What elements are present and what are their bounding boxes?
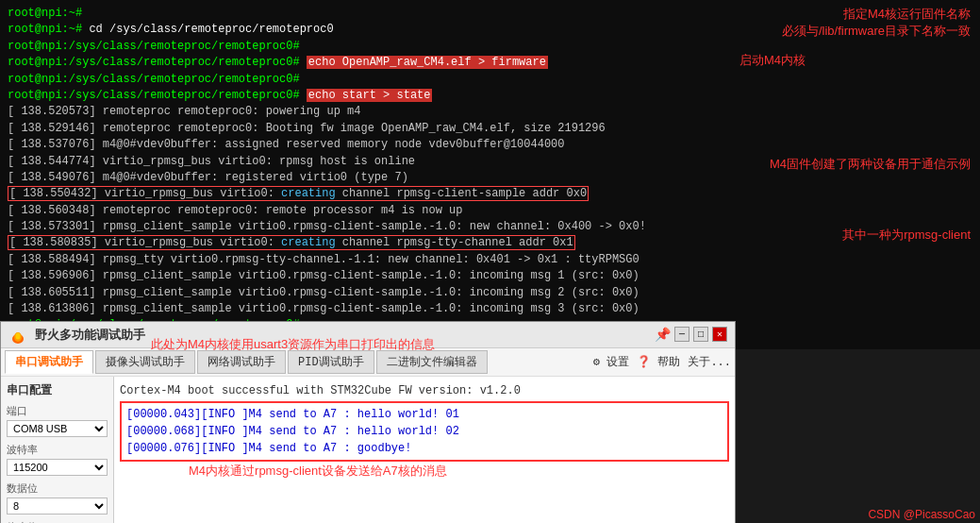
annotation-usart3-info: 此处为M4内核使用usart3资源作为串口打印出的信息 (151, 336, 435, 353)
pin-icon[interactable]: 📌 (655, 327, 671, 343)
serial-title: 野火多功能调试助手 (35, 327, 145, 344)
annotation-start-m4: 启动M4内核 (739, 52, 806, 69)
tab-network[interactable]: 网络调试助手 (197, 350, 286, 374)
tab-camera[interactable]: 摄像头调试助手 (95, 350, 195, 374)
annotation-two-devices: M4固件创建了两种设备用于通信示例 (770, 156, 971, 173)
terminal-line-8: [ 138.537076] m4@0#vdev0buffer: assigned… (8, 137, 972, 153)
terminal-line-11: [ 138.550432] virtio_rpmsg_bus virtio0: … (8, 186, 972, 202)
rpmsg-client-channel-log: [ 138.550432] virtio_rpmsg_bus virtio0: … (8, 186, 589, 201)
boot-message: Cortex-M4 boot successful with STM32Cube… (120, 382, 729, 399)
terminal-line-17: [ 138.605511] rpmsg_client_sample virtio… (8, 285, 972, 301)
terminal-line-12: [ 138.560348] remoteproc remoteproc0: re… (8, 203, 972, 219)
terminal-line-0: root@npi:~# (8, 6, 972, 22)
annotation-firmware-name: 指定M4核运行固件名称 (843, 6, 971, 23)
terminal-line-2: root@npi:/sys/class/remoteproc/remotepro… (8, 39, 972, 55)
baud-select[interactable]: 115200 (7, 459, 108, 476)
close-button[interactable]: ✕ (712, 327, 727, 342)
annotation-firmware-path: 必须与/lib/firmware目录下名称一致 (782, 23, 971, 40)
m4-messages-box: [00000.043][INFO ]M4 send to A7 : hello … (120, 401, 729, 462)
serial-config-title: 串口配置 (7, 382, 108, 398)
tab-pid[interactable]: PID调试助手 (288, 350, 374, 374)
terminal-line-15: [ 138.588494] rpmsg_tty virtio0.rpmsg-tt… (8, 252, 972, 268)
maximize-button[interactable]: □ (693, 327, 708, 342)
minimize-button[interactable]: ─ (674, 327, 689, 342)
svg-point-2 (16, 332, 21, 339)
baud-config: 波特率 115200 (7, 443, 108, 476)
annotation-rpmsg-client-msg: M4内核通过rpmsg-client设备发送给A7核的消息 (189, 463, 447, 480)
m4-msg-1: [00000.043][INFO ]M4 send to A7 : hello … (126, 406, 723, 423)
annotation-rpmsg-client: 其中一种为rpmsg-client (842, 227, 971, 244)
about-button[interactable]: 关于... (688, 354, 731, 370)
serial-config-panel: 串口配置 端口 COM8 USB 波特率 115200 数据位 8 停 (1, 377, 114, 523)
terminal-line-18: [ 138.613806] rpmsg_client_sample virtio… (8, 301, 972, 317)
terminal-line-6: [ 138.520573] remoteproc remoteproc0: po… (8, 104, 972, 120)
settings-button[interactable]: ⚙ 设置 (593, 354, 629, 370)
port-label: 端口 (7, 404, 108, 418)
terminal-line-4: root@npi:/sys/class/remoteproc/remotepro… (8, 72, 972, 88)
serial-output-area: Cortex-M4 boot successful with STM32Cube… (114, 377, 735, 523)
help-button[interactable]: ❓ 帮助 (637, 354, 680, 370)
terminal-line-5: root@npi:/sys/class/remoteproc/remotepro… (8, 88, 972, 104)
terminal-line-13: [ 138.573301] rpmsg_client_sample virtio… (8, 219, 972, 235)
terminal: root@npi:~# root@npi:~# cd /sys/class/re… (0, 0, 980, 349)
terminal-line-16: [ 138.596906] rpmsg_client_sample virtio… (8, 268, 972, 284)
tab-serial[interactable]: 串口调试助手 (5, 350, 93, 374)
rpmsg-tty-channel-log: [ 138.580835] virtio_rpmsg_bus virtio0: … (8, 235, 575, 250)
tab-binary[interactable]: 二进制文件编辑器 (376, 350, 488, 374)
baud-label: 波特率 (7, 443, 108, 457)
m4-msg-2: [00000.068][INFO ]M4 send to A7 : hello … (126, 423, 723, 440)
firmware-command: echo OpenAMP_raw_CM4.elf > firmware (307, 56, 548, 69)
terminal-line-7: [ 138.529146] remoteproc remoteproc0: Bo… (8, 121, 972, 137)
data-bits-label: 数据位 (7, 481, 108, 496)
serial-output: Cortex-M4 boot successful with STM32Cube… (120, 382, 729, 462)
port-select[interactable]: COM8 USB (7, 420, 108, 437)
fire-icon (8, 326, 27, 345)
watermark: CSDN @PicassoCao (868, 508, 975, 521)
data-bits-select[interactable]: 8 (7, 498, 108, 515)
terminal-line-14: [ 138.580835] virtio_rpmsg_bus virtio0: … (8, 235, 972, 251)
terminal-line-3: root@npi:/sys/class/remoteproc/remotepro… (8, 55, 972, 71)
serial-body: 串口配置 端口 COM8 USB 波特率 115200 数据位 8 停 (1, 377, 735, 523)
start-state-command: echo start > state (307, 89, 433, 102)
data-bits-config: 数据位 8 (7, 481, 108, 515)
m4-msg-3: [00000.076][INFO ]M4 send to A7 : goodby… (126, 440, 723, 457)
port-config: 端口 COM8 USB (7, 404, 108, 437)
